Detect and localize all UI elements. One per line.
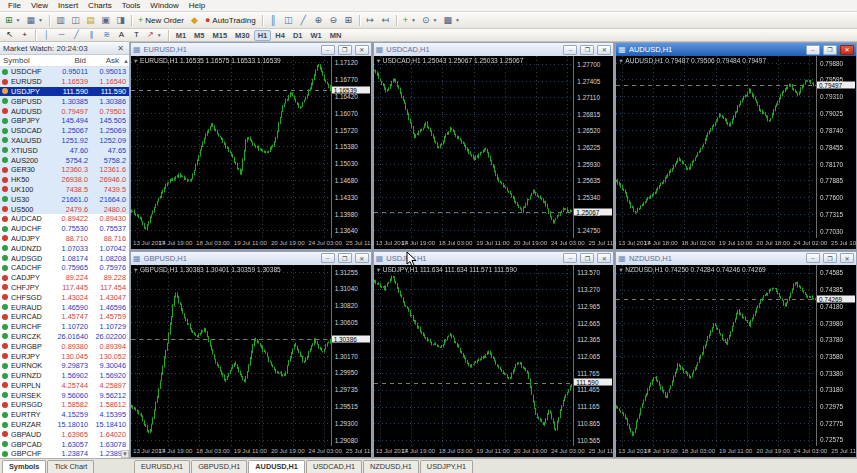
market-watch-row-audcad[interactable]: AUDCAD0.894220.89430: [0, 214, 129, 224]
market-watch-row-us30[interactable]: US3021661.021664.0: [0, 194, 129, 204]
restore-icon[interactable]: ❐: [338, 45, 352, 55]
scroll-up-icon[interactable]: ▲: [122, 58, 130, 64]
market-watch-row-hk50[interactable]: HK5026938.026946.0: [0, 175, 129, 185]
close-icon[interactable]: ✕: [115, 44, 126, 53]
market-watch-row-eurczk[interactable]: EURCZK26.0164026.02200: [0, 332, 129, 342]
market-watch-row-eurpln[interactable]: EURPLN4.257444.25897: [0, 381, 129, 391]
chart-canvas-area[interactable]: ▼ EURUSD,H1 1.16535 1.16575 1.16533 1.16…: [131, 56, 331, 238]
restore-icon[interactable]: ❐: [823, 253, 837, 263]
channel-tool-button[interactable]: ∥: [84, 30, 99, 41]
price-axis[interactable]: 113.570113.270112.965112.665112.365112.0…: [573, 265, 613, 447]
minimize-icon[interactable]: –: [321, 253, 335, 263]
menu-window[interactable]: Window: [145, 1, 183, 10]
time-axis[interactable]: 13 Jul 201714 Jul 19:0018 Jul 03:0019 Ju…: [131, 238, 371, 249]
minimize-icon[interactable]: –: [806, 253, 820, 263]
line-chart-mode-button[interactable]: ╱: [296, 13, 311, 27]
price-axis[interactable]: 1.171201.167701.164201.160701.157201.153…: [331, 56, 371, 238]
chart-window-titlebar[interactable]: ▦ USDJPY,H1 – ❐ ✕: [374, 252, 614, 265]
market-watch-row-gbpaud[interactable]: GBPAUD1.639651.64020: [0, 429, 129, 439]
timeframe-m1[interactable]: M1: [172, 30, 190, 41]
timeframe-m30[interactable]: M30: [231, 30, 254, 41]
close-icon[interactable]: ✕: [840, 45, 854, 55]
menu-insert[interactable]: Insert: [53, 1, 83, 10]
timeframe-h4[interactable]: H4: [271, 30, 289, 41]
time-axis[interactable]: 13 Jul 201714 Jul 18:0018 Jul 02:0019 Ju…: [616, 238, 856, 249]
label-tool-button[interactable]: T: [129, 30, 144, 41]
new-order-button[interactable]: +New Order: [135, 13, 187, 27]
price-axis[interactable]: 0.798800.795950.793100.790250.787400.784…: [816, 56, 856, 238]
tab-tick-chart[interactable]: Tick Chart: [47, 460, 94, 473]
candlestick-mode-button[interactable]: ◫: [281, 13, 296, 27]
chart-window-usdcad[interactable]: ▦ USDCAD,H1 – ❐ ✕ ▼ USDCAD,H1 1.25043 1.…: [373, 42, 615, 250]
timeframe-d1[interactable]: D1: [289, 30, 307, 41]
chart-canvas-area[interactable]: ▼ AUDUSD,H1 0.79487 0.79506 0.79484 0.79…: [616, 56, 816, 238]
market-watch-row-audnzd[interactable]: AUDNZD1.070331.07042: [0, 243, 129, 253]
close-icon[interactable]: ✕: [355, 45, 369, 55]
market-watch-row-gbpjpy[interactable]: GBPJPY145.494145.505: [0, 116, 129, 126]
time-axis[interactable]: 13 Jul 201714 Jul 19:0018 Jul 03:0019 Ju…: [374, 238, 614, 249]
market-watch-row-cadchf[interactable]: CADCHF0.759650.75976: [0, 263, 129, 273]
market-watch-row-ger30[interactable]: GER3012360.312361.6: [0, 165, 129, 175]
chart-window-gbpusd[interactable]: ▦ GBPUSD,H1 – ❐ ✕ ▼ GBPUSD,H1 1.30383 1.…: [130, 251, 372, 459]
terminal-toggle-button[interactable]: ▣: [98, 13, 113, 27]
chart-tab-nzdusd-h1[interactable]: NZDUSD,H1: [363, 460, 419, 473]
menu-charts[interactable]: Charts: [83, 1, 117, 10]
market-watch-row-aus200[interactable]: AUS2005754.25758.2: [0, 155, 129, 165]
chart-tab-eurusd-h1[interactable]: EURUSD,H1: [134, 460, 190, 473]
market-watch-row-eurgbp[interactable]: EURGBP0.893800.89394: [0, 341, 129, 351]
chart-window-titlebar[interactable]: ▦ USDCAD,H1 – ❐ ✕: [374, 43, 614, 56]
chart-window-audusd[interactable]: ▦ AUDUSD,H1 – ❐ ✕ ▼ AUDUSD,H1 0.79487 0.…: [615, 42, 857, 250]
chart-window-titlebar[interactable]: ▦ GBPUSD,H1 – ❐ ✕: [131, 252, 371, 265]
zoom-in-button[interactable]: ⊕: [311, 13, 326, 27]
market-watch-row-eursek[interactable]: EURSEK9.560609.56212: [0, 390, 129, 400]
timeframe-mn[interactable]: MN: [326, 30, 346, 41]
chart-window-titlebar[interactable]: ▦ NZDUSD,H1 – ❐ ✕: [616, 252, 856, 265]
menu-help[interactable]: Help: [184, 1, 210, 10]
crosshair-tool-button[interactable]: +: [17, 30, 32, 41]
close-icon[interactable]: ✕: [355, 253, 369, 263]
autotrading-button[interactable]: ●AutoTrading: [202, 13, 259, 27]
column-bid[interactable]: Bid: [52, 56, 89, 65]
fibonacci-tool-button[interactable]: ≋: [99, 30, 114, 41]
periods-button[interactable]: ⊙▼: [419, 13, 441, 27]
market-watch-row-audusd[interactable]: AUDUSD0.794970.79501: [0, 106, 129, 116]
market-watch-row-gbpchf[interactable]: GBPCHF1.238741.23891: [0, 449, 129, 458]
chart-window-nzdusd[interactable]: ▦ NZDUSD,H1 – ❐ ✕ ▼ NZDUSD,H1 0.74250 0.…: [615, 251, 857, 459]
bar-chart-mode-button[interactable]: ║: [266, 13, 281, 27]
minimize-icon[interactable]: –: [321, 45, 335, 55]
indicators-button[interactable]: +▼: [400, 13, 419, 27]
market-watch-row-audsgd[interactable]: AUDSGD1.081741.08208: [0, 253, 129, 263]
trendline-tool-button[interactable]: ╱: [69, 30, 84, 41]
timeframe-h1[interactable]: H1: [254, 30, 272, 41]
timeframe-m15[interactable]: M15: [209, 30, 232, 41]
market-watch-row-usdcad[interactable]: USDCAD1.250671.25069: [0, 126, 129, 136]
restore-icon[interactable]: ❐: [580, 253, 594, 263]
market-watch-row-uk100[interactable]: UK1007438.57439.5: [0, 185, 129, 195]
profiles-button[interactable]: ▦▼: [24, 13, 46, 27]
market-watch-toggle-button[interactable]: ▥: [53, 13, 68, 27]
market-watch-row-eurcad[interactable]: EURCAD1.457471.45759: [0, 312, 129, 322]
restore-icon[interactable]: ❐: [338, 253, 352, 263]
menu-tools[interactable]: Tools: [117, 1, 146, 10]
market-watch-row-eurzar[interactable]: EURZAR15.1801015.18410: [0, 420, 129, 430]
market-watch-row-gbpusd[interactable]: GBPUSD1.303851.30386: [0, 96, 129, 106]
column-ask[interactable]: Ask: [89, 56, 122, 65]
market-watch-row-usdchf[interactable]: USDCHF0.950110.95013: [0, 67, 129, 77]
chart-window-titlebar[interactable]: ▦ AUDUSD,H1 – ❐ ✕: [616, 43, 856, 56]
timeframe-m5[interactable]: M5: [190, 30, 208, 41]
text-tool-button[interactable]: A: [114, 30, 129, 41]
market-watch-row-usdjpy[interactable]: USDJPY111.590111.590: [0, 87, 129, 97]
market-watch-row-xtiusd[interactable]: XTIUSD47.6047.65: [0, 145, 129, 155]
navigator-toggle-button[interactable]: ▤: [83, 13, 98, 27]
chart-canvas-area[interactable]: ▼ USDJPY,H1 111.634 111.634 111.571 111.…: [374, 265, 574, 447]
chart-window-usdjpy[interactable]: ▦ USDJPY,H1 – ❐ ✕ ▼ USDJPY,H1 111.634 11…: [373, 251, 615, 459]
restore-icon[interactable]: ❐: [580, 45, 594, 55]
time-axis[interactable]: 13 Jul 201714 Jul 19:0018 Jul 03:0019 Ju…: [374, 446, 614, 457]
market-watch-row-eurjpy[interactable]: EURJPY130.045130.052: [0, 351, 129, 361]
market-watch-row-eurnok[interactable]: EURNOK9.298739.30046: [0, 361, 129, 371]
market-watch-row-xauusd[interactable]: XAUUSD1251.921252.09: [0, 136, 129, 146]
minimize-icon[interactable]: –: [806, 45, 820, 55]
minimize-icon[interactable]: –: [563, 253, 577, 263]
price-axis[interactable]: 0.745850.743850.741800.739800.737800.735…: [816, 265, 856, 447]
close-icon[interactable]: ✕: [840, 253, 854, 263]
